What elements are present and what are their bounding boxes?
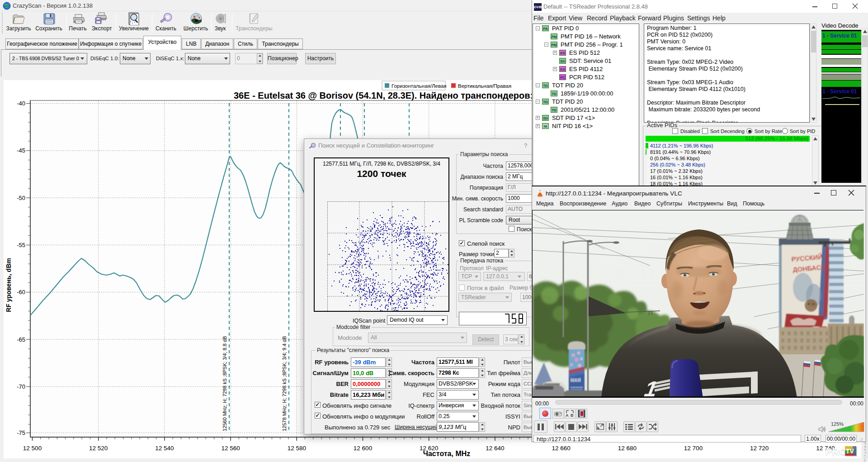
- svg-text:12 600: 12 600: [354, 445, 372, 452]
- svg-text:12 680: 12 680: [618, 445, 637, 452]
- svg-text:A: A: [566, 413, 569, 418]
- svg-text:Частота, MHz: Частота, MHz: [423, 450, 471, 457]
- svg-text:12 520: 12 520: [89, 445, 108, 452]
- svg-text:12 660: 12 660: [552, 445, 570, 452]
- svg-text:12 640: 12 640: [486, 445, 504, 452]
- svg-text:12560 MHz; H; 7298 kS ;8PSK; 3: 12560 MHz; H; 7298 kS ;8PSK; 3/4; 8.8 dB: [222, 336, 227, 431]
- svg-text:12 540: 12 540: [155, 445, 174, 452]
- svg-text:Вертикальная/Правая: Вертикальная/Правая: [458, 83, 511, 89]
- svg-text:12 580: 12 580: [288, 445, 306, 452]
- svg-text:Горизонтальная/Левая: Горизонтальная/Левая: [392, 83, 447, 89]
- svg-text:12578 MHz; H; 7298 kS ;8PSK; 3: 12578 MHz; H; 7298 kS ;8PSK; 3/4; 9.4 dB: [282, 336, 287, 431]
- svg-text:12 700: 12 700: [684, 445, 703, 452]
- svg-text:-55: -55: [17, 242, 25, 248]
- svg-text:-50: -50: [17, 195, 25, 201]
- svg-text:-40: -40: [17, 100, 25, 107]
- svg-text:-60: -60: [17, 289, 25, 295]
- svg-text:B: B: [571, 413, 574, 418]
- svg-text:RF уровень, dBm: RF уровень, dBm: [5, 258, 12, 312]
- svg-text:-45: -45: [17, 147, 25, 154]
- svg-text:-75: -75: [17, 429, 25, 436]
- svg-text:МАЯ: МАЯ: [571, 378, 581, 383]
- svg-text:-65: -65: [17, 336, 25, 343]
- svg-text:TV: TV: [846, 448, 854, 455]
- svg-text:12 720: 12 720: [750, 445, 769, 452]
- svg-text:36E - Eutelsat 36 @ Borisov (5: 36E - Eutelsat 36 @ Borisov (54.1N, 28.3…: [234, 90, 546, 100]
- svg-text:12 500: 12 500: [23, 445, 42, 452]
- svg-text:12 560: 12 560: [221, 445, 240, 452]
- svg-text:-70: -70: [17, 383, 25, 390]
